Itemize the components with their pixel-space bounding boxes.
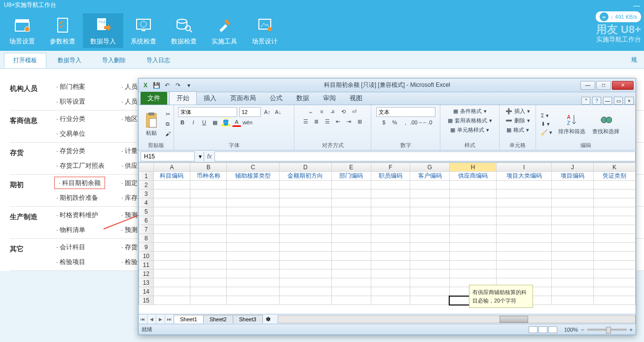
cell[interactable] xyxy=(449,198,497,207)
cell[interactable]: 金额期初方向 xyxy=(279,172,331,181)
cell[interactable] xyxy=(371,225,410,234)
name-box-dropdown-icon[interactable]: ▾ xyxy=(197,153,204,160)
cell[interactable] xyxy=(190,296,227,305)
cell[interactable] xyxy=(551,234,593,243)
cell[interactable] xyxy=(449,243,497,252)
cell[interactable] xyxy=(153,190,190,198)
cell[interactable] xyxy=(279,252,331,261)
template-link[interactable]: · 计量 xyxy=(119,146,140,155)
cell[interactable] xyxy=(153,252,190,261)
sheet-nav-next-icon[interactable]: ▶ xyxy=(156,315,165,324)
save-icon[interactable]: 💾 xyxy=(151,80,161,90)
undo-icon[interactable]: ↶ xyxy=(162,80,172,90)
increase-decimal-icon[interactable]: .00→ xyxy=(412,118,421,127)
cell[interactable] xyxy=(190,198,227,207)
align-left-icon[interactable]: ☰ xyxy=(301,117,310,126)
row-header[interactable]: 13 xyxy=(139,278,154,287)
border-icon[interactable]: ▦ xyxy=(211,118,219,127)
formula-input[interactable] xyxy=(215,152,636,161)
template-link[interactable]: · 会计科目 xyxy=(54,242,87,252)
cell[interactable] xyxy=(371,190,410,198)
zoom-slider[interactable] xyxy=(587,329,627,331)
template-link[interactable]: · 科目期初余额 xyxy=(54,177,105,189)
cell[interactable]: 职员编码 xyxy=(371,172,410,181)
select-all-corner[interactable] xyxy=(139,163,154,172)
cell[interactable] xyxy=(410,190,450,198)
cell[interactable] xyxy=(371,261,410,269)
cell[interactable] xyxy=(449,216,497,225)
cell[interactable] xyxy=(279,261,331,269)
column-header[interactable]: E xyxy=(331,163,371,172)
cell[interactable] xyxy=(227,252,279,261)
cell[interactable] xyxy=(279,243,331,252)
cell[interactable] xyxy=(593,190,635,198)
cell[interactable] xyxy=(227,243,279,252)
cell[interactable] xyxy=(410,234,450,243)
format-painter-icon[interactable]: 🖌 xyxy=(163,129,172,138)
new-sheet-icon[interactable]: ✽ xyxy=(263,316,274,323)
ribbon-system-check[interactable]: 系统检查 xyxy=(123,13,164,48)
cell[interactable] xyxy=(449,207,497,216)
cell[interactable] xyxy=(497,261,552,269)
cell[interactable] xyxy=(279,278,331,287)
template-link[interactable]: · 职等设置 xyxy=(54,97,87,106)
cell[interactable] xyxy=(331,261,371,269)
font-color-icon[interactable]: A xyxy=(232,118,241,127)
cell[interactable] xyxy=(551,216,593,225)
cell[interactable] xyxy=(551,296,593,305)
cell[interactable] xyxy=(153,296,190,305)
cell[interactable] xyxy=(449,252,497,261)
name-box[interactable]: H15 xyxy=(141,152,195,161)
indent-increase-icon[interactable]: ⇥ xyxy=(345,117,354,126)
cell[interactable] xyxy=(551,190,593,198)
row-header[interactable]: 14 xyxy=(139,287,154,296)
excel-tab-insert[interactable]: 插入 xyxy=(197,92,223,105)
phonetic-icon[interactable]: wén xyxy=(243,118,252,127)
table-format-button[interactable]: ▦ 套用表格格式 ▾ xyxy=(447,116,493,125)
doc-restore-icon[interactable]: ▭ xyxy=(614,97,623,105)
excel-tab-view[interactable]: 视图 xyxy=(343,92,369,105)
cell[interactable] xyxy=(153,243,190,252)
cell[interactable] xyxy=(227,181,279,190)
decrease-font-icon[interactable]: A↓ xyxy=(274,108,283,116)
align-center-icon[interactable]: ≣ xyxy=(312,117,321,126)
cell[interactable] xyxy=(331,296,371,305)
doc-minimize-icon[interactable]: — xyxy=(603,97,612,105)
help-icon[interactable]: ? xyxy=(592,97,601,105)
cell[interactable] xyxy=(153,261,190,269)
cell[interactable] xyxy=(410,225,450,234)
template-link[interactable]: · 人员 xyxy=(119,97,140,106)
cell[interactable] xyxy=(331,278,371,287)
row-header[interactable]: 12 xyxy=(139,269,154,278)
cell[interactable]: 项目大类编码 xyxy=(497,172,552,181)
excel-tab-layout[interactable]: 页面布局 xyxy=(223,92,263,105)
row-header[interactable]: 2 xyxy=(139,181,154,190)
cell[interactable] xyxy=(449,234,497,243)
number-format-select[interactable] xyxy=(376,107,435,117)
cell[interactable] xyxy=(371,296,410,305)
cell[interactable]: 客户编码 xyxy=(410,172,450,181)
column-header[interactable]: G xyxy=(410,163,450,172)
maximize-button[interactable]: □ xyxy=(596,81,611,90)
template-link[interactable]: · 部门档案 xyxy=(54,82,87,91)
cell[interactable] xyxy=(190,243,227,252)
row-header[interactable]: 9 xyxy=(139,243,154,252)
cell[interactable] xyxy=(153,234,190,243)
cell[interactable] xyxy=(371,278,410,287)
template-link[interactable]: · 库存 xyxy=(119,193,140,202)
decrease-decimal-icon[interactable]: ←.0 xyxy=(423,118,432,127)
cell[interactable] xyxy=(410,198,450,207)
cell[interactable] xyxy=(331,225,371,234)
cell[interactable] xyxy=(227,198,279,207)
cell[interactable] xyxy=(371,243,410,252)
row-header[interactable]: 10 xyxy=(139,252,154,261)
ribbon-scene-settings[interactable]: 场景设置 xyxy=(2,13,42,48)
cell[interactable] xyxy=(190,287,227,296)
close-button[interactable]: ✕ xyxy=(612,81,634,90)
cell[interactable] xyxy=(371,216,410,225)
cell[interactable]: 凭证类别 xyxy=(593,172,635,181)
column-header[interactable]: D xyxy=(279,163,331,172)
template-link[interactable]: · 交易单位 xyxy=(54,129,87,138)
cell[interactable] xyxy=(153,278,190,287)
ribbon-param-check[interactable]: 参数检查 xyxy=(42,13,83,48)
